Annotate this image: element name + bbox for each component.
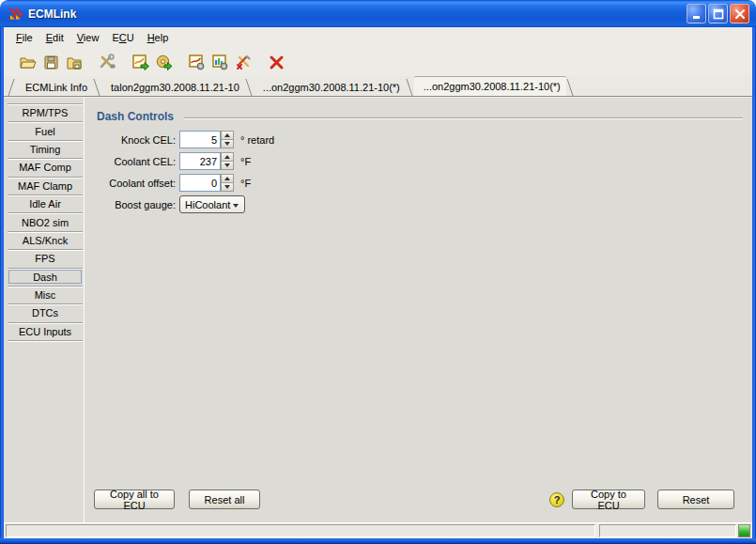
status-bar	[4, 522, 752, 538]
sidebar-item-maf-clamp[interactable]: MAF Clamp	[8, 178, 83, 195]
category-sidebar: RPM/TPS Fuel Timing MAF Comp MAF Clamp I…	[8, 103, 83, 341]
spin-up-button[interactable]	[221, 174, 234, 183]
coolant-cel-row: Coolant CEL: 237 °F	[85, 152, 251, 170]
triangle-down-icon	[224, 142, 230, 146]
save-as-icon[interactable]	[64, 52, 85, 72]
status-message-panel	[6, 524, 595, 537]
app-logo-icon	[7, 6, 23, 23]
sidebar-item-ecu-inputs[interactable]: ECU Inputs	[8, 323, 83, 341]
spin-up-button[interactable]	[221, 152, 234, 162]
tab-separator	[566, 77, 575, 96]
menu-help[interactable]: Help	[141, 29, 176, 46]
import-log-icon[interactable]	[130, 52, 150, 72]
tab-ecmlink-info[interactable]: ECMLink Info	[16, 78, 93, 96]
reset-all-button[interactable]: Reset all	[189, 490, 260, 509]
sidebar-item-nbo2-sim[interactable]: NBO2 sim	[8, 213, 83, 231]
sidebar-item-misc[interactable]: Misc	[8, 287, 83, 304]
ecmlink-window: ECMLink File Edit View ECU Help	[0, 0, 756, 544]
spin-down-button[interactable]	[221, 183, 234, 192]
window-title: ECMLink	[28, 8, 76, 21]
spin-down-button[interactable]	[221, 162, 234, 170]
boost-gauge-row: Boost gauge: HiCoolant	[85, 195, 245, 213]
field-label: Coolant CEL:	[85, 156, 176, 167]
menu-bar: File Edit View ECU Help	[4, 27, 752, 48]
sidebar-item-idle-air[interactable]: Idle Air	[8, 195, 83, 213]
tab-separator	[406, 77, 414, 96]
triangle-up-icon	[224, 177, 230, 180]
minimize-icon	[691, 8, 702, 20]
tools-icon[interactable]	[97, 52, 117, 72]
connection-status-led	[738, 524, 750, 537]
spin-down-button[interactable]	[221, 140, 234, 148]
knock-cel-spinner	[221, 131, 234, 148]
save-icon[interactable]	[40, 52, 61, 72]
group-title: Dash Controls	[97, 110, 174, 123]
field-label: Boost gauge:	[85, 199, 176, 210]
status-secondary-panel	[599, 524, 736, 537]
triangle-up-icon	[224, 155, 230, 159]
field-unit: ° retard	[240, 134, 274, 146]
tab-edge	[8, 77, 16, 96]
minimize-button[interactable]	[687, 4, 706, 23]
tab-file-2[interactable]: ...on2ggm30.2008.11.21-10(*)	[254, 78, 406, 96]
table-settings-color-icon[interactable]	[209, 52, 230, 72]
menu-edit[interactable]: Edit	[39, 29, 70, 46]
maximize-icon	[713, 8, 724, 20]
field-unit: °F	[240, 156, 251, 167]
toolbar	[4, 48, 752, 76]
coolant-offset-spinner	[221, 174, 234, 192]
read-from-disc-icon[interactable]	[153, 52, 174, 72]
group-divider	[184, 117, 743, 118]
window-border-bottom	[0, 538, 756, 544]
menu-view[interactable]: View	[70, 29, 106, 46]
field-label: Coolant offset:	[85, 178, 176, 189]
knock-cel-row: Knock CEL: 5 ° retard	[85, 131, 274, 148]
coolant-cel-input[interactable]: 237	[179, 152, 221, 170]
table-settings-icon[interactable]	[186, 52, 207, 72]
reset-button[interactable]: Reset	[657, 490, 734, 509]
chevron-down-icon	[233, 204, 239, 208]
spin-up-button[interactable]	[221, 131, 234, 140]
sidebar-item-maf-comp[interactable]: MAF Comp	[8, 159, 83, 177]
sidebar-item-dash[interactable]: Dash	[8, 269, 83, 287]
tab-separator	[93, 77, 101, 96]
coolant-offset-row: Coolant offset: 0 °F	[85, 174, 251, 192]
field-label: Knock CEL:	[85, 134, 176, 146]
triangle-down-icon	[224, 185, 230, 189]
knock-cel-input[interactable]: 5	[179, 131, 221, 148]
document-tab-bar: ECMLink Info talon2ggm30.2008.11.21-10 .…	[4, 76, 752, 97]
close-button[interactable]	[730, 4, 749, 23]
boost-gauge-dropdown[interactable]: HiCoolant	[179, 195, 245, 213]
field-unit: °F	[240, 178, 251, 189]
close-red-x-icon[interactable]	[266, 52, 286, 72]
title-bar[interactable]: ECMLink	[0, 0, 756, 27]
tab-page: RPM/TPS Fuel Timing MAF Comp MAF Clamp I…	[4, 98, 752, 523]
close-icon	[734, 8, 746, 20]
sidebar-item-dtcs[interactable]: DTCs	[8, 304, 83, 322]
window-border-right	[752, 27, 756, 544]
coolant-offset-input[interactable]: 0	[179, 174, 221, 192]
dropdown-value: HiCoolant	[185, 199, 230, 210]
tab-file-1[interactable]: talon2ggm30.2008.11.21-10	[101, 78, 245, 96]
tab-separator	[245, 77, 254, 96]
menu-file[interactable]: File	[9, 29, 39, 46]
sidebar-item-als-knck[interactable]: ALS/Knck	[8, 232, 83, 250]
copy-all-to-ecu-button[interactable]: Copy all to ECU	[94, 490, 175, 509]
dash-panel: Dash Controls Knock CEL: 5 ° retard Cool…	[85, 98, 752, 523]
sidebar-item-fps[interactable]: FPS	[8, 250, 83, 268]
maximize-button[interactable]	[708, 4, 728, 23]
copy-to-ecu-button[interactable]: Copy to ECU	[572, 490, 645, 509]
triangle-up-icon	[224, 133, 230, 137]
help-icon[interactable]: ?	[549, 492, 564, 507]
triangle-down-icon	[224, 163, 230, 167]
open-file-icon[interactable]	[17, 52, 38, 72]
client-area: File Edit View ECU Help	[4, 27, 752, 538]
sidebar-item-fuel[interactable]: Fuel	[8, 122, 83, 140]
tab-file-3-active[interactable]: ...on2ggm30.2008.11.21-10(*)	[414, 76, 566, 96]
coolant-cel-spinner	[221, 152, 234, 170]
sidebar-item-timing[interactable]: Timing	[8, 141, 83, 159]
edit-tools-delete-icon[interactable]	[233, 52, 254, 72]
sidebar-item-rpm-tps[interactable]: RPM/TPS	[8, 104, 83, 122]
menu-ecu[interactable]: ECU	[105, 29, 140, 46]
